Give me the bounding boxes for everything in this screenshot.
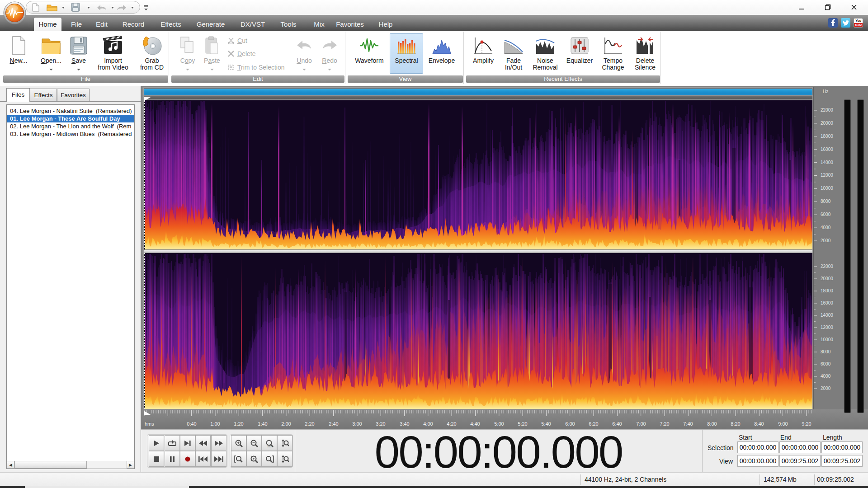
svg-text:100: 100 (267, 445, 271, 447)
